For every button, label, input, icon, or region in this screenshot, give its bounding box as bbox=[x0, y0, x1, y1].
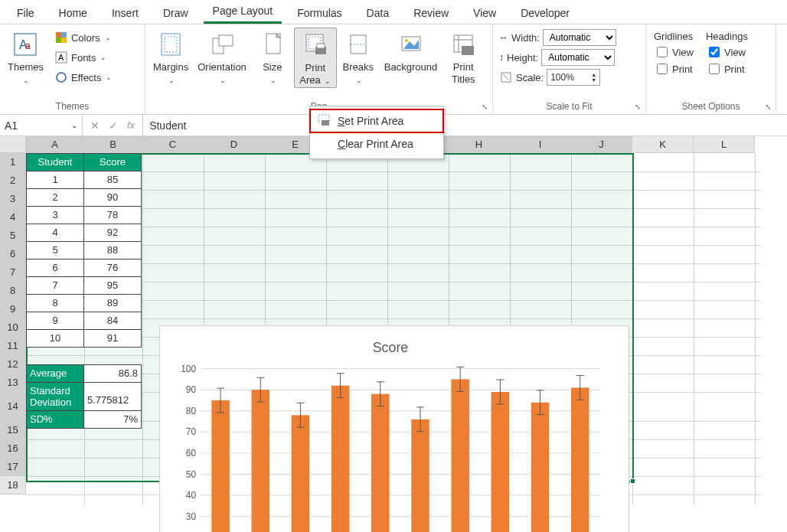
col-header-D[interactable]: D bbox=[204, 136, 265, 153]
svg-rect-55 bbox=[211, 400, 229, 532]
table-cell[interactable]: 95 bbox=[83, 276, 142, 295]
col-header-H[interactable]: H bbox=[449, 136, 510, 153]
table-cell[interactable]: 5 bbox=[26, 241, 84, 259]
tab-draw[interactable]: Draw bbox=[154, 4, 198, 24]
orientation-button[interactable]: Orientation⌄ bbox=[193, 28, 251, 86]
clear-print-area-item[interactable]: Clear Print Area bbox=[310, 132, 443, 155]
col-header-K[interactable]: K bbox=[632, 136, 694, 153]
headings-print-check[interactable] bbox=[709, 64, 720, 74]
row-header-17[interactable]: 17 bbox=[0, 458, 26, 476]
table-cell[interactable]: 6 bbox=[26, 259, 84, 277]
size-button[interactable]: Size⌄ bbox=[251, 28, 294, 86]
gridlines-view-check[interactable] bbox=[657, 47, 668, 57]
print-area-button[interactable]: Print Area ⌄ bbox=[294, 28, 337, 88]
fonts-button[interactable]: A Fonts⌄ bbox=[48, 47, 119, 67]
worksheet-grid[interactable]: ABCDEFGHIJKL 123456789101112131415161718… bbox=[0, 136, 787, 532]
row-header-4[interactable]: 4 bbox=[0, 208, 26, 227]
tab-developer[interactable]: Developer bbox=[511, 4, 579, 24]
tab-view[interactable]: View bbox=[464, 4, 505, 24]
col-header-B[interactable]: B bbox=[84, 136, 142, 153]
table-cell[interactable]: 1 bbox=[26, 171, 84, 189]
row-header-15[interactable]: 15 bbox=[0, 421, 26, 439]
row-header-14[interactable]: 14 bbox=[0, 392, 26, 421]
sdp-value[interactable]: 7% bbox=[83, 410, 142, 429]
row-header-3[interactable]: 3 bbox=[0, 190, 26, 208]
table-cell[interactable]: 7 bbox=[26, 276, 84, 295]
svg-rect-85 bbox=[451, 379, 469, 532]
tab-home[interactable]: Home bbox=[50, 4, 96, 24]
sheet-options-launcher[interactable]: ⤡ bbox=[765, 103, 771, 111]
tab-file[interactable]: File bbox=[8, 4, 44, 24]
insert-function-button[interactable]: fx bbox=[122, 119, 139, 131]
table-cell[interactable]: 9 bbox=[26, 312, 84, 330]
sd-label: Standard Deviation bbox=[26, 382, 84, 411]
table-cell[interactable]: 2 bbox=[26, 188, 84, 207]
row-header-18[interactable]: 18 bbox=[0, 476, 26, 494]
row-header-1[interactable]: 1 bbox=[0, 153, 26, 171]
table-cell[interactable]: 89 bbox=[83, 294, 142, 312]
table-cell[interactable]: 76 bbox=[83, 259, 142, 277]
row-header-9[interactable]: 9 bbox=[0, 300, 26, 318]
sd-value[interactable]: 5.775812 bbox=[83, 382, 142, 411]
width-select[interactable]: Automatic bbox=[543, 29, 616, 46]
print-titles-icon bbox=[449, 31, 477, 58]
row-header-10[interactable]: 10 bbox=[0, 318, 26, 337]
row-header-13[interactable]: 13 bbox=[0, 374, 26, 392]
themes-button[interactable]: Aa Themes⌄ bbox=[3, 28, 48, 86]
col-header-A[interactable]: A bbox=[26, 136, 84, 153]
avg-value[interactable]: 86.8 bbox=[83, 364, 142, 383]
tab-insert[interactable]: Insert bbox=[103, 4, 148, 24]
row-header-7[interactable]: 7 bbox=[0, 263, 26, 282]
set-print-area-icon bbox=[318, 114, 331, 128]
colors-button[interactable]: Colors⌄ bbox=[48, 28, 119, 47]
tab-review[interactable]: Review bbox=[404, 4, 458, 24]
col-header-I[interactable]: I bbox=[510, 136, 571, 153]
table-cell[interactable]: 4 bbox=[26, 224, 84, 242]
gridlines-print-check[interactable] bbox=[657, 64, 668, 74]
margins-button[interactable]: Margins⌄ bbox=[149, 28, 193, 86]
data-table: StudentScore1852903784925886767958899841… bbox=[26, 153, 141, 428]
tab-page-layout[interactable]: Page Layout bbox=[204, 2, 282, 24]
table-cell[interactable]: 91 bbox=[83, 329, 142, 348]
col-header-C[interactable]: C bbox=[142, 136, 204, 153]
name-box[interactable]: A1⌄ bbox=[0, 115, 83, 135]
table-cell[interactable]: 90 bbox=[83, 188, 142, 207]
breaks-button[interactable]: Breaks⌄ bbox=[337, 28, 380, 86]
score-chart[interactable]: Score010203040506070809010012345678910Sc… bbox=[159, 325, 629, 532]
row-header-16[interactable]: 16 bbox=[0, 439, 26, 458]
svg-rect-13 bbox=[219, 35, 233, 46]
row-header-2[interactable]: 2 bbox=[0, 171, 26, 190]
tab-formulas[interactable]: Formulas bbox=[288, 4, 351, 24]
print-titles-button[interactable]: Print Titles bbox=[442, 28, 485, 86]
table-cell[interactable]: 3 bbox=[26, 206, 84, 224]
set-print-area-item[interactable]: Set Print Area bbox=[310, 109, 443, 132]
table-cell[interactable]: 85 bbox=[83, 171, 142, 189]
scale-input[interactable]: 100%▲▼ bbox=[547, 69, 600, 86]
col-header-L[interactable]: L bbox=[694, 136, 755, 153]
table-cell[interactable]: 8 bbox=[26, 294, 84, 312]
table-cell[interactable]: 78 bbox=[83, 206, 142, 224]
background-button[interactable]: Background bbox=[380, 28, 442, 75]
svg-text:60: 60 bbox=[186, 448, 197, 459]
accept-formula-button[interactable]: ✓ bbox=[104, 119, 122, 132]
table-cell[interactable]: 84 bbox=[83, 312, 142, 330]
tab-data[interactable]: Data bbox=[358, 4, 399, 24]
row-header-11[interactable]: 11 bbox=[0, 337, 26, 355]
row-header-12[interactable]: 12 bbox=[0, 355, 26, 374]
page-setup-launcher[interactable]: ⤡ bbox=[482, 103, 488, 111]
table-cell[interactable]: 10 bbox=[26, 329, 84, 348]
formula-input[interactable]: Student bbox=[143, 115, 787, 135]
effects-button[interactable]: Effects⌄ bbox=[48, 67, 119, 87]
select-all-corner[interactable] bbox=[0, 136, 26, 153]
row-header-6[interactable]: 6 bbox=[0, 245, 26, 263]
headings-view-check[interactable] bbox=[709, 47, 720, 57]
row-header-5[interactable]: 5 bbox=[0, 227, 26, 245]
height-select[interactable]: Automatic bbox=[541, 49, 615, 66]
table-cell[interactable]: 92 bbox=[83, 224, 142, 242]
row-header-8[interactable]: 8 bbox=[0, 282, 26, 300]
cancel-formula-button[interactable]: ✕ bbox=[86, 119, 104, 132]
col-header-J[interactable]: J bbox=[571, 136, 632, 153]
scale-launcher[interactable]: ⤡ bbox=[635, 103, 641, 111]
table-cell[interactable]: 88 bbox=[83, 241, 142, 259]
name-box-dropdown-icon[interactable]: ⌄ bbox=[71, 121, 77, 129]
